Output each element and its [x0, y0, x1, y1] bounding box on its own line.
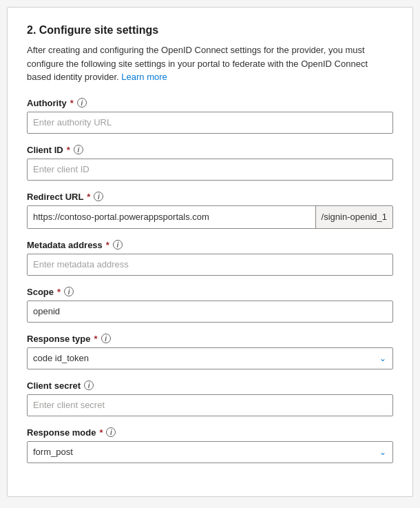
client-id-info-icon[interactable]: i	[74, 145, 83, 154]
response-type-info-icon[interactable]: i	[101, 334, 111, 343]
metadata-address-label: Metadata address * i	[27, 240, 393, 250]
redirect-url-required: *	[87, 192, 90, 202]
scope-input[interactable]	[27, 301, 393, 323]
authority-info-icon[interactable]: i	[77, 98, 87, 108]
client-id-required: *	[67, 145, 70, 155]
redirect-url-field-group: Redirect URL * i /signin-openid_1	[27, 192, 393, 229]
redirect-url-input[interactable]	[28, 206, 315, 228]
response-type-label: Response type * i	[27, 334, 393, 344]
authority-label: Authority * i	[27, 98, 393, 108]
response-mode-label: Response mode * i	[27, 427, 393, 438]
client-secret-label: Client secret i	[27, 380, 393, 391]
response-type-field-group: Response type * i code id_tokencodeid_to…	[27, 334, 393, 369]
client-id-field-group: Client ID * i	[27, 145, 393, 181]
learn-more-link[interactable]: Learn more	[121, 72, 167, 82]
redirect-url-label: Redirect URL * i	[27, 192, 393, 202]
response-type-select-wrapper: code id_tokencodeid_tokentoken ⌄	[27, 347, 393, 369]
redirect-url-wrapper: /signin-openid_1	[27, 205, 393, 229]
scope-required: *	[57, 287, 61, 297]
response-type-required: *	[94, 334, 97, 344]
client-secret-info-icon[interactable]: i	[84, 380, 94, 390]
configure-site-settings-card: 2. Configure site settings After creatin…	[7, 7, 413, 497]
redirect-url-info-icon[interactable]: i	[94, 192, 103, 201]
response-type-select[interactable]: code id_tokencodeid_tokentoken	[27, 347, 393, 369]
scope-info-icon[interactable]: i	[64, 287, 74, 296]
metadata-address-required: *	[106, 240, 109, 250]
client-id-label: Client ID * i	[27, 145, 393, 155]
response-mode-field-group: Response mode * i form_postqueryfragment…	[27, 427, 393, 463]
response-mode-required: *	[99, 427, 103, 438]
redirect-url-suffix: /signin-openid_1	[315, 206, 392, 228]
client-secret-input[interactable]	[27, 394, 393, 416]
metadata-address-info-icon[interactable]: i	[113, 240, 123, 250]
response-mode-select[interactable]: form_postqueryfragment	[27, 441, 393, 463]
section-description: After creating and configuring the OpenI…	[27, 43, 393, 84]
authority-required: *	[70, 98, 74, 108]
authority-input[interactable]	[27, 112, 393, 134]
client-id-input[interactable]	[27, 159, 393, 181]
client-secret-field-group: Client secret i	[27, 380, 393, 416]
authority-field-group: Authority * i	[27, 98, 393, 134]
section-title: 2. Configure site settings	[27, 24, 393, 37]
metadata-address-field-group: Metadata address * i	[27, 240, 393, 276]
metadata-address-input[interactable]	[27, 254, 393, 276]
scope-label: Scope * i	[27, 287, 393, 297]
scope-field-group: Scope * i	[27, 287, 393, 323]
response-mode-select-wrapper: form_postqueryfragment ⌄	[27, 441, 393, 463]
response-mode-info-icon[interactable]: i	[106, 427, 116, 437]
